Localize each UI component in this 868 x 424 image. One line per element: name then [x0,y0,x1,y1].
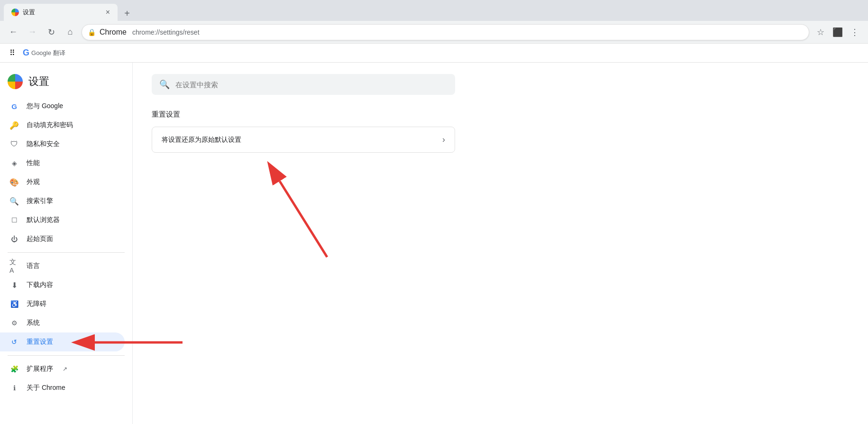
sidebar-item-privacy[interactable]: 🛡 隐私和安全 [0,135,125,154]
bookmark-button[interactable]: ☆ [813,25,828,40]
chevron-right-icon: › [442,135,445,145]
sidebar-item-label: 扩展程序 [27,365,53,373]
sidebar-item-about[interactable]: ℹ 关于 Chrome [0,378,125,397]
google-translate-toolbar: G Google 翻译 [23,48,65,58]
sidebar-item-label: 您与 Google [27,102,63,111]
reset-item-label: 将设置还原为原始默认设置 [162,136,241,144]
languages-icon: 文A [9,261,19,271]
reset-icon: ↺ [9,337,19,347]
apps-button[interactable]: ⠿ [6,46,19,60]
extensions-button[interactable]: ⬛ [830,25,845,40]
sidebar-item-extensions[interactable]: 🧩 扩展程序 ↗ [0,359,125,378]
address-bar[interactable]: 🔒 Chrome chrome://settings/reset [82,24,809,40]
sidebar: 设置 G 您与 Google 🔑 自动填充和密码 🛡 隐私和安全 ◈ 性能 🎨 … [0,63,133,424]
reload-button[interactable]: ↻ [44,25,59,40]
shield-icon: 🛡 [9,139,19,149]
new-tab-button[interactable]: + [119,6,135,21]
extensions-icon: 🧩 [9,364,19,374]
appearance-icon: 🎨 [9,177,19,187]
sidebar-item-label: 外观 [27,178,40,186]
sidebar-item-reset[interactable]: ↺ 重置设置 [0,332,125,351]
sidebar-item-accessibility[interactable]: ♿ 无障碍 [0,295,125,313]
external-link-icon: ↗ [63,366,67,372]
menu-button[interactable]: ⋮ [847,25,862,40]
home-button[interactable]: ⌂ [63,25,78,40]
sidebar-item-label: 性能 [27,159,40,167]
google-translate-label: Google 翻译 [31,49,65,57]
forward-button[interactable]: → [25,25,40,40]
tab-close-button[interactable]: × [106,8,110,17]
sidebar-item-label: 搜索引擎 [27,197,53,205]
back-button[interactable]: ← [6,25,21,40]
sidebar-item-label: 默认浏览器 [27,216,60,224]
sidebar-item-label: 自动填充和密码 [27,121,73,129]
sidebar-divider [8,252,125,253]
performance-icon: ◈ [9,158,19,168]
address-path: chrome://settings/reset [132,28,200,36]
sidebar-item-downloads[interactable]: ⬇ 下载内容 [0,276,125,295]
sidebar-item-startup[interactable]: ⏻ 起始页面 [0,230,125,249]
sidebar-item-search[interactable]: 🔍 搜索引擎 [0,192,125,211]
tab-title: 设置 [23,8,102,17]
system-icon: ⚙ [9,318,19,328]
google-icon: G [9,101,19,111]
sidebar-item-appearance[interactable]: 🎨 外观 [0,173,125,192]
sidebar-item-label: 语言 [27,262,40,270]
chrome-logo [8,74,23,89]
search-engine-icon: 🔍 [9,196,19,206]
search-input[interactable] [175,81,448,89]
sidebar-divider-2 [8,355,125,356]
search-box[interactable]: 🔍 [152,74,455,95]
sidebar-item-label: 无障碍 [27,300,46,308]
sidebar-item-performance[interactable]: ◈ 性能 [0,154,125,173]
sidebar-item-languages[interactable]: 文A 语言 [0,257,125,276]
key-icon: 🔑 [9,120,19,130]
accessibility-icon: ♿ [9,299,19,309]
sidebar-item-system[interactable]: ⚙ 系统 [0,313,125,332]
address-domain: Chrome [100,28,127,37]
sidebar-item-default-browser[interactable]: ☐ 默认浏览器 [0,211,125,230]
nav-actions: ☆ ⬛ ⋮ [813,25,862,40]
sidebar-item-label: 系统 [27,319,40,327]
main-panel: 🔍 重置设置 将设置还原为原始默认设置 › [133,63,868,424]
tab-bar: 设置 × + [0,0,868,21]
about-icon: ℹ [9,383,19,393]
default-browser-icon: ☐ [9,215,19,225]
sidebar-item-label: 下载内容 [27,281,53,289]
sidebar-item-label: 重置设置 [27,338,53,346]
startup-icon: ⏻ [9,234,19,244]
section-title: 重置设置 [152,110,849,119]
sidebar-item-label: 关于 Chrome [27,384,65,392]
google-logo: G [23,48,29,58]
search-icon: 🔍 [159,79,170,90]
toolbar: ⠿ G Google 翻译 [0,44,868,63]
sidebar-header: 设置 [0,70,132,97]
sidebar-item-autofill[interactable]: 🔑 自动填充和密码 [0,116,125,135]
navigation-bar: ← → ↻ ⌂ 🔒 Chrome chrome://settings/reset… [0,21,868,44]
reset-card: 将设置还原为原始默认设置 › [152,127,455,153]
tab-favicon [11,9,19,16]
active-tab[interactable]: 设置 × [4,4,118,21]
reset-to-default-item[interactable]: 将设置还原为原始默认设置 › [152,127,455,152]
downloads-icon: ⬇ [9,280,19,290]
sidebar-title: 设置 [28,74,49,89]
content-area: 设置 G 您与 Google 🔑 自动填充和密码 🛡 隐私和安全 ◈ 性能 🎨 … [0,63,868,424]
sidebar-item-label: 起始页面 [27,235,53,243]
address-security-icon: 🔒 [88,28,96,36]
sidebar-item-google[interactable]: G 您与 Google [0,97,125,116]
sidebar-item-label: 隐私和安全 [27,140,60,148]
